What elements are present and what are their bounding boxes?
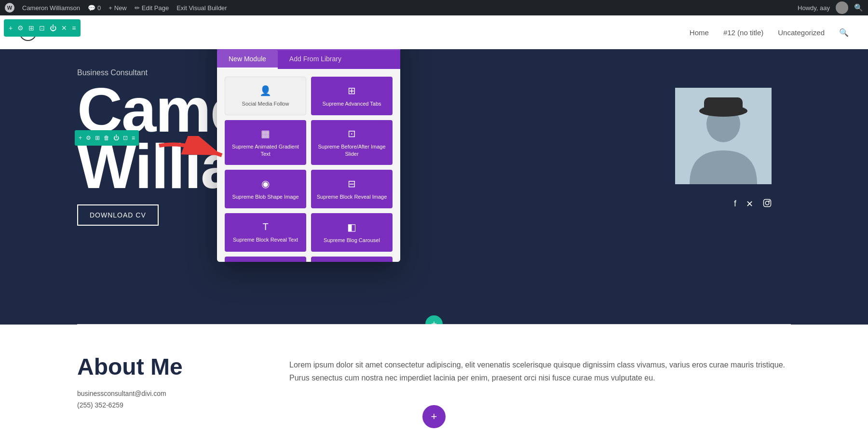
- avatar: [836, 1, 848, 14]
- facebook-icon[interactable]: f: [734, 199, 736, 210]
- builder-toolbar: + ⚙ ⊞ ⊡ ⏻ ✕ ≡: [4, 19, 81, 37]
- module-icon: ◧: [347, 221, 356, 233]
- row-move-icon[interactable]: ≡: [132, 135, 135, 141]
- new-label: New: [114, 4, 127, 12]
- module-icon: ⊡: [348, 128, 356, 139]
- module-name: Supreme Block Reveal Image: [317, 193, 387, 200]
- wp-logo: W: [5, 3, 14, 13]
- about-email: businessconsultant@divi.com: [77, 390, 260, 397]
- module-item[interactable]: ⊡Supreme Before/After Image Slider: [311, 120, 393, 165]
- modal-tabs: New Module Add From Library: [217, 50, 400, 69]
- nav-no-title[interactable]: #12 (no title): [723, 28, 763, 37]
- module-icon: ◉: [261, 178, 270, 190]
- new-item[interactable]: + New: [108, 4, 127, 12]
- svg-rect-5: [764, 200, 771, 207]
- main-content: + ⚙ ⊞ 🗑 ⏻ ⊡ ≡ Business Consultant Camero…: [0, 49, 868, 324]
- module-name: Supreme Advanced Tabs: [322, 100, 381, 107]
- toolbar-delete-icon[interactable]: ✕: [61, 24, 67, 32]
- site-header: D divi Home #12 (no title) Uncategorized…: [0, 15, 868, 49]
- admin-bar: W Cameron Williamson 💬 0 + New ✏ Edit Pa…: [0, 0, 868, 15]
- tab-new-module[interactable]: New Module: [217, 50, 278, 69]
- module-item[interactable]: »Supreme Breadcrumbs: [225, 257, 306, 262]
- svg-point-6: [765, 201, 769, 205]
- module-item[interactable]: ◉Supreme Blob Shape Image: [225, 170, 306, 208]
- search-icon[interactable]: 🔍: [854, 3, 863, 12]
- toolbar-layout-icon[interactable]: ⊡: [39, 24, 45, 32]
- edit-page-item[interactable]: ✏ Edit Page: [135, 4, 169, 12]
- toolbar-power-icon[interactable]: ⏻: [50, 24, 56, 32]
- purple-add-button[interactable]: +: [422, 405, 446, 428]
- add-section-button[interactable]: +: [425, 315, 443, 324]
- site-name: Cameron Williamson: [22, 4, 80, 12]
- red-arrow: [154, 136, 231, 175]
- profile-image: [675, 88, 772, 184]
- module-icon: 👤: [259, 85, 271, 96]
- tab-add-from-library[interactable]: Add From Library: [278, 50, 353, 69]
- edit-page-label: Edit Page: [142, 4, 169, 12]
- row-clone-icon[interactable]: ⊡: [123, 135, 128, 141]
- nav-home[interactable]: Home: [690, 28, 709, 37]
- module-icon: T: [262, 221, 268, 232]
- exit-builder-item[interactable]: Exit Visual Builder: [176, 4, 227, 12]
- download-cv-button[interactable]: Download CV: [77, 204, 159, 226]
- about-left: About Me businessconsultant@divi.com (25…: [77, 353, 260, 409]
- module-item[interactable]: TSupreme Block Reveal Text: [225, 213, 306, 252]
- toolbar-add-icon[interactable]: +: [9, 24, 13, 32]
- toolbar-settings-icon[interactable]: ⚙: [17, 24, 24, 32]
- row-settings-icon[interactable]: ⚙: [86, 135, 91, 141]
- comment-icon: 💬: [88, 4, 95, 12]
- instagram-icon[interactable]: [763, 199, 772, 210]
- twitter-icon[interactable]: ✕: [746, 199, 753, 210]
- howdy-text: Howdy, aay: [798, 4, 830, 12]
- module-item[interactable]: ◷Supreme Business Hours: [311, 257, 393, 262]
- wp-logo-item[interactable]: W: [5, 3, 14, 13]
- module-icon: ▦: [261, 128, 270, 139]
- site-nav: Home #12 (no title) Uncategorized 🔍: [690, 28, 849, 37]
- row-add-icon[interactable]: +: [79, 135, 82, 141]
- admin-bar-right: Howdy, aay 🔍: [798, 1, 863, 14]
- module-icon: ⊞: [348, 85, 356, 96]
- profile-placeholder: [675, 88, 772, 184]
- module-name: Supreme Block Reveal Text: [233, 236, 298, 243]
- modal-body: 👤Social Media Follow⊞Supreme Advanced Ta…: [217, 69, 400, 262]
- svg-rect-4: [704, 97, 743, 114]
- module-item[interactable]: ◧Supreme Blog Carousel: [311, 213, 393, 252]
- svg-point-7: [769, 201, 770, 202]
- social-icons: f ✕: [734, 199, 772, 210]
- module-item[interactable]: 👤Social Media Follow: [225, 77, 306, 115]
- comment-count: 0: [97, 4, 101, 12]
- module-name: Supreme Blob Shape Image: [232, 193, 298, 200]
- about-phone: (255) 352-6259: [77, 401, 260, 409]
- module-item[interactable]: ▦Supreme Animated Gradient Text: [225, 120, 306, 165]
- exit-builder-label: Exit Visual Builder: [176, 4, 227, 12]
- plus-icon: +: [108, 4, 112, 12]
- about-title: About Me: [77, 353, 260, 380]
- row-trash-icon[interactable]: 🗑: [104, 135, 109, 141]
- module-item[interactable]: ⊞Supreme Advanced Tabs: [311, 77, 393, 115]
- row-toolbar: + ⚙ ⊞ 🗑 ⏻ ⊡ ≡: [75, 130, 139, 146]
- toolbar-grid-icon[interactable]: ⊞: [28, 24, 34, 32]
- module-icon: ⊟: [348, 178, 356, 190]
- insert-module-modal: Insert Module × New Module Add From Libr…: [217, 24, 400, 262]
- nav-uncategorized[interactable]: Uncategorized: [778, 28, 825, 37]
- comments-item[interactable]: 💬 0: [88, 4, 101, 12]
- module-name: Supreme Blog Carousel: [324, 237, 380, 244]
- site-name-item[interactable]: Cameron Williamson: [22, 4, 80, 12]
- module-item[interactable]: ⊟Supreme Block Reveal Image: [311, 170, 393, 208]
- toolbar-menu-icon[interactable]: ≡: [72, 24, 76, 32]
- module-name: Supreme Animated Gradient Text: [230, 143, 301, 157]
- pencil-icon: ✏: [135, 4, 140, 12]
- about-right: Lorem ipsum dolor sit amet consectetur a…: [289, 353, 791, 409]
- module-name: Supreme Before/After Image Slider: [316, 143, 388, 157]
- module-name: Social Media Follow: [242, 100, 289, 107]
- about-text: Lorem ipsum dolor sit amet consectetur a…: [289, 358, 791, 384]
- row-column-icon[interactable]: ⊞: [95, 135, 100, 141]
- header-search-icon[interactable]: 🔍: [839, 28, 849, 37]
- row-disable-icon[interactable]: ⏻: [113, 135, 119, 141]
- about-section: About Me businessconsultant@divi.com (25…: [0, 325, 868, 434]
